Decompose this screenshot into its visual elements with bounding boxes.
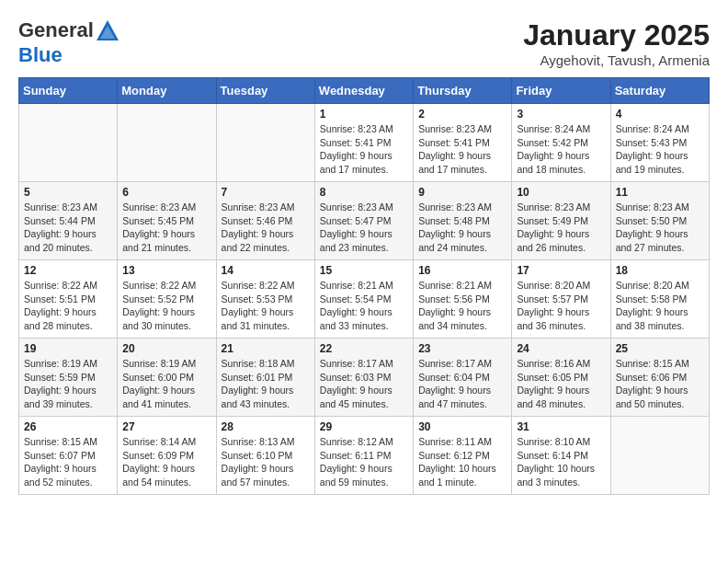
- day-number: 24: [517, 342, 605, 355]
- day-header-sunday: Sunday: [19, 78, 118, 104]
- calendar-cell: 15Sunrise: 8:21 AMSunset: 5:54 PMDayligh…: [314, 260, 413, 339]
- calendar-cell: 25Sunrise: 8:15 AMSunset: 6:06 PMDayligh…: [610, 339, 709, 417]
- day-info: Sunrise: 8:23 AMSunset: 5:50 PMDaylight:…: [616, 201, 704, 255]
- calendar-cell: 1Sunrise: 8:23 AMSunset: 5:41 PMDaylight…: [314, 104, 413, 182]
- day-info: Sunrise: 8:15 AMSunset: 6:06 PMDaylight:…: [616, 357, 704, 411]
- day-number: 29: [320, 420, 408, 433]
- day-number: 10: [517, 186, 605, 199]
- day-info: Sunrise: 8:23 AMSunset: 5:47 PMDaylight:…: [320, 201, 408, 255]
- day-info: Sunrise: 8:23 AMSunset: 5:41 PMDaylight:…: [418, 122, 506, 177]
- day-info: Sunrise: 8:23 AMSunset: 5:49 PMDaylight:…: [517, 201, 605, 255]
- day-info: Sunrise: 8:20 AMSunset: 5:58 PMDaylight:…: [616, 279, 704, 333]
- day-info: Sunrise: 8:21 AMSunset: 5:54 PMDaylight:…: [320, 279, 408, 333]
- calendar-cell: 2Sunrise: 8:23 AMSunset: 5:41 PMDaylight…: [414, 104, 512, 182]
- day-number: 18: [616, 264, 704, 277]
- day-header-saturday: Saturday: [610, 78, 709, 104]
- calendar-cell: 20Sunrise: 8:19 AMSunset: 6:00 PMDayligh…: [118, 339, 216, 417]
- day-info: Sunrise: 8:23 AMSunset: 5:41 PMDaylight:…: [320, 122, 408, 177]
- day-info: Sunrise: 8:22 AMSunset: 5:53 PMDaylight:…: [222, 279, 310, 333]
- calendar-cell: 4Sunrise: 8:24 AMSunset: 5:43 PMDaylight…: [610, 104, 709, 182]
- calendar-cell: 30Sunrise: 8:11 AMSunset: 6:12 PMDayligh…: [414, 417, 512, 495]
- calendar-week-2: 5Sunrise: 8:23 AMSunset: 5:44 PMDaylight…: [19, 182, 710, 260]
- day-number: 1: [320, 108, 408, 121]
- day-number: 28: [222, 420, 310, 433]
- calendar-cell: 13Sunrise: 8:22 AMSunset: 5:52 PMDayligh…: [118, 260, 216, 339]
- day-number: 19: [24, 342, 112, 355]
- calendar-cell: 31Sunrise: 8:10 AMSunset: 6:14 PMDayligh…: [512, 417, 610, 495]
- calendar-week-4: 19Sunrise: 8:19 AMSunset: 5:59 PMDayligh…: [19, 339, 710, 417]
- day-info: Sunrise: 8:10 AMSunset: 6:14 PMDaylight:…: [517, 435, 605, 489]
- day-number: 21: [222, 342, 310, 355]
- day-number: 12: [24, 264, 112, 277]
- calendar-cell: 6Sunrise: 8:23 AMSunset: 5:45 PMDaylight…: [118, 182, 216, 260]
- day-info: Sunrise: 8:21 AMSunset: 5:56 PMDaylight:…: [418, 279, 506, 333]
- subtitle: Aygehovit, Tavush, Armenia: [523, 52, 710, 68]
- day-number: 4: [616, 108, 704, 121]
- calendar-cell: 5Sunrise: 8:23 AMSunset: 5:44 PMDaylight…: [19, 182, 118, 260]
- calendar-cell: [610, 417, 709, 495]
- day-number: 5: [24, 186, 112, 199]
- calendar-cell: 28Sunrise: 8:13 AMSunset: 6:10 PMDayligh…: [216, 417, 314, 495]
- calendar-week-1: 1Sunrise: 8:23 AMSunset: 5:41 PMDaylight…: [19, 104, 710, 182]
- day-info: Sunrise: 8:23 AMSunset: 5:48 PMDaylight:…: [418, 201, 506, 255]
- day-number: 25: [616, 342, 704, 355]
- day-info: Sunrise: 8:23 AMSunset: 5:44 PMDaylight:…: [24, 201, 112, 255]
- calendar-week-3: 12Sunrise: 8:22 AMSunset: 5:51 PMDayligh…: [19, 260, 710, 339]
- day-info: Sunrise: 8:24 AMSunset: 5:43 PMDaylight:…: [616, 122, 704, 177]
- logo: General Blue: [18, 18, 121, 66]
- calendar-cell: 7Sunrise: 8:23 AMSunset: 5:46 PMDaylight…: [216, 182, 314, 260]
- logo-icon: [95, 18, 120, 44]
- calendar-cell: 18Sunrise: 8:20 AMSunset: 5:58 PMDayligh…: [610, 260, 709, 339]
- calendar-cell: 19Sunrise: 8:19 AMSunset: 5:59 PMDayligh…: [19, 339, 118, 417]
- day-number: 14: [222, 264, 310, 277]
- day-header-tuesday: Tuesday: [216, 78, 314, 104]
- day-number: 17: [517, 264, 605, 277]
- day-number: 13: [122, 264, 210, 277]
- logo-blue-text: Blue: [18, 44, 121, 66]
- day-number: 6: [122, 186, 210, 199]
- calendar-cell: 29Sunrise: 8:12 AMSunset: 6:11 PMDayligh…: [314, 417, 413, 495]
- day-number: 23: [418, 342, 506, 355]
- calendar-cell: 24Sunrise: 8:16 AMSunset: 6:05 PMDayligh…: [512, 339, 610, 417]
- day-number: 16: [418, 264, 506, 277]
- calendar-cell: 12Sunrise: 8:22 AMSunset: 5:51 PMDayligh…: [19, 260, 118, 339]
- calendar-cell: 22Sunrise: 8:17 AMSunset: 6:03 PMDayligh…: [314, 339, 413, 417]
- calendar-cell: 3Sunrise: 8:24 AMSunset: 5:42 PMDaylight…: [512, 104, 610, 182]
- main-title: January 2025: [523, 18, 710, 52]
- day-number: 9: [418, 186, 506, 199]
- calendar-cell: 26Sunrise: 8:15 AMSunset: 6:07 PMDayligh…: [19, 417, 118, 495]
- day-info: Sunrise: 8:23 AMSunset: 5:45 PMDaylight:…: [122, 201, 210, 255]
- day-info: Sunrise: 8:22 AMSunset: 5:51 PMDaylight:…: [24, 279, 112, 333]
- day-number: 20: [122, 342, 210, 355]
- day-header-monday: Monday: [118, 78, 216, 104]
- day-header-thursday: Thursday: [414, 78, 512, 104]
- calendar-cell: 11Sunrise: 8:23 AMSunset: 5:50 PMDayligh…: [610, 182, 709, 260]
- day-header-wednesday: Wednesday: [314, 78, 413, 104]
- day-number: 22: [320, 342, 408, 355]
- day-header-friday: Friday: [512, 78, 610, 104]
- calendar-cell: [19, 104, 118, 182]
- calendar: SundayMondayTuesdayWednesdayThursdayFrid…: [18, 77, 710, 495]
- logo-general: General: [18, 18, 94, 41]
- title-area: January 2025 Aygehovit, Tavush, Armenia: [523, 18, 710, 68]
- day-info: Sunrise: 8:24 AMSunset: 5:42 PMDaylight:…: [517, 122, 605, 177]
- day-number: 26: [24, 420, 112, 433]
- calendar-week-5: 26Sunrise: 8:15 AMSunset: 6:07 PMDayligh…: [19, 417, 710, 495]
- day-info: Sunrise: 8:23 AMSunset: 5:46 PMDaylight:…: [222, 201, 310, 255]
- calendar-cell: 23Sunrise: 8:17 AMSunset: 6:04 PMDayligh…: [414, 339, 512, 417]
- day-info: Sunrise: 8:12 AMSunset: 6:11 PMDaylight:…: [320, 435, 408, 489]
- day-info: Sunrise: 8:15 AMSunset: 6:07 PMDaylight:…: [24, 435, 112, 489]
- day-info: Sunrise: 8:22 AMSunset: 5:52 PMDaylight:…: [122, 279, 210, 333]
- day-number: 15: [320, 264, 408, 277]
- day-info: Sunrise: 8:11 AMSunset: 6:12 PMDaylight:…: [418, 435, 506, 489]
- day-info: Sunrise: 8:20 AMSunset: 5:57 PMDaylight:…: [517, 279, 605, 333]
- calendar-cell: 17Sunrise: 8:20 AMSunset: 5:57 PMDayligh…: [512, 260, 610, 339]
- day-info: Sunrise: 8:17 AMSunset: 6:04 PMDaylight:…: [418, 357, 506, 411]
- day-number: 7: [222, 186, 310, 199]
- calendar-cell: 9Sunrise: 8:23 AMSunset: 5:48 PMDaylight…: [414, 182, 512, 260]
- day-number: 11: [616, 186, 704, 199]
- day-number: 31: [517, 420, 605, 433]
- calendar-cell: 27Sunrise: 8:14 AMSunset: 6:09 PMDayligh…: [118, 417, 216, 495]
- calendar-cell: 10Sunrise: 8:23 AMSunset: 5:49 PMDayligh…: [512, 182, 610, 260]
- day-info: Sunrise: 8:17 AMSunset: 6:03 PMDaylight:…: [320, 357, 408, 411]
